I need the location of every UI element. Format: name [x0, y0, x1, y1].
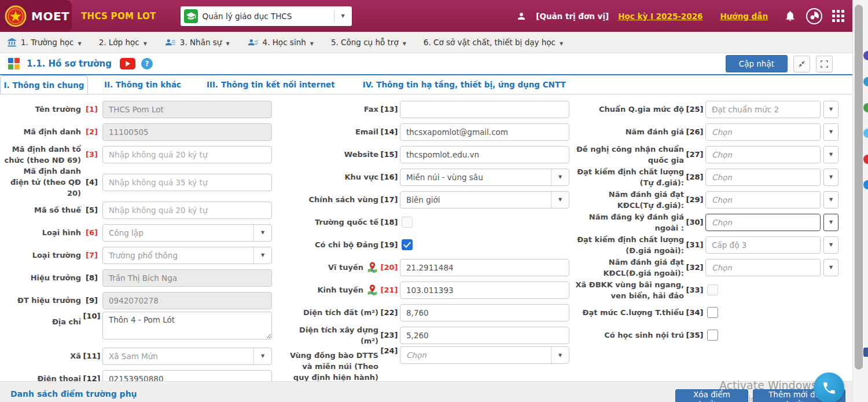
sub-school-list-link[interactable]: Danh sách điểm trường phụ — [10, 389, 137, 399]
field-label-text: Vĩ tuyến — [328, 262, 363, 273]
field-control — [400, 327, 569, 344]
textarea-input[interactable]: Thôn 4 - Pom Lót — [102, 312, 272, 339]
chevron-down-icon[interactable] — [823, 214, 838, 231]
field-label: Vùng đồng bào DTTS và miền núi (Theo quy… — [286, 346, 378, 383]
guide-link[interactable]: Hướng dẫn — [720, 12, 768, 21]
field-control — [102, 146, 272, 163]
field-row: Vĩ tuyến[20] — [286, 256, 558, 279]
semester-link[interactable]: Học kỳ I 2025-2026 — [618, 12, 703, 21]
field-control: Miền núi - vùng sâu — [400, 169, 569, 186]
field-control — [705, 284, 838, 295]
field-label-text: Đạt kiểm định chất lượng (Tự đ.giá): — [571, 166, 684, 188]
field-row: Mã định danh[2] — [3, 120, 275, 143]
youtube-icon[interactable] — [120, 58, 135, 70]
text-input — [102, 101, 272, 118]
text-input[interactable] — [400, 123, 569, 141]
field-control: Chọn — [705, 169, 838, 186]
select-dropdown: Chọn — [705, 191, 821, 209]
phone-support-fab[interactable] — [814, 372, 844, 402]
tab-1[interactable]: I. Thông tin chung — [0, 75, 88, 94]
field-control — [102, 269, 272, 287]
select-dropdown[interactable]: Miền núi - vùng sâu — [400, 169, 569, 186]
edge-dot-7[interactable] — [863, 348, 868, 357]
field-index: [35] — [684, 331, 705, 339]
select-value: Biên giới — [400, 192, 551, 208]
chevron-down-icon[interactable] — [823, 169, 838, 186]
checkbox-checked[interactable] — [402, 239, 413, 250]
text-input[interactable] — [400, 327, 569, 344]
chevron-down-icon[interactable] — [823, 123, 838, 141]
field-row: Chính sách vùng[17]Biên giới — [286, 188, 558, 211]
chevron-down-icon[interactable] — [334, 10, 352, 23]
field-index: [11] — [81, 352, 102, 360]
chevron-down-icon[interactable] — [823, 146, 838, 163]
chevron-down-icon[interactable] — [551, 347, 569, 363]
map-pin-icon[interactable] — [366, 284, 378, 296]
field-label: Mã định danh — [3, 126, 81, 137]
tab-3[interactable]: III. Thông tin kết nối internet — [207, 75, 335, 94]
field-index: [28] — [684, 173, 705, 181]
text-input[interactable] — [400, 101, 569, 118]
field-label-text: Mã định danh điện tử (theo QĐ 20) — [3, 166, 81, 199]
app-selector-dropdown[interactable]: Quản lý giáo dục THCS — [181, 6, 352, 26]
chevron-down-icon[interactable] — [823, 259, 838, 276]
notifications-bell-icon[interactable] — [784, 10, 796, 22]
brand-circle-icon[interactable] — [806, 8, 823, 25]
modules-grid-icon[interactable] — [8, 58, 20, 70]
nav-item-6[interactable]: 6. Cơ sở vật chất, thiết bị dạy học — [424, 38, 563, 47]
text-input[interactable] — [400, 304, 569, 321]
text-input[interactable] — [400, 259, 569, 276]
chevron-down-icon[interactable] — [253, 225, 271, 241]
field-index: [29] — [684, 195, 705, 204]
select-dropdown[interactable]: Chọn — [705, 214, 821, 231]
help-icon[interactable] — [141, 58, 153, 70]
chevron-down-icon[interactable] — [823, 101, 838, 118]
text-input[interactable] — [102, 174, 272, 191]
field-control: Chọn — [705, 259, 838, 276]
delete-school-point-button[interactable]: Xóa điểm trường — [675, 389, 748, 402]
chevron-down-icon[interactable] — [253, 348, 271, 364]
update-button[interactable]: Cập nhật — [726, 55, 788, 72]
field-label: ĐT hiệu trưởng — [3, 295, 81, 306]
field-row: Xã[11]Xã Sam Mứn — [3, 345, 275, 367]
map-pin-icon[interactable] — [366, 261, 378, 273]
tab-4[interactable]: IV. Thông tin hạ tầng, thiết bị, ứng dụn… — [363, 75, 566, 94]
scrollbar-track[interactable] — [852, 0, 868, 402]
tab-2[interactable]: II. Thông tin khác — [104, 75, 181, 94]
select-value: Cấp độ 3 — [706, 237, 820, 253]
chevron-down-icon[interactable] — [551, 169, 569, 185]
chevron-down-icon[interactable] — [823, 236, 838, 254]
field-label-text: Trường quốc tế — [315, 217, 378, 228]
chevron-down-icon[interactable] — [551, 192, 569, 208]
chevron-down-icon[interactable] — [823, 191, 838, 209]
nav-item-5[interactable]: 5. Công cụ hỗ trợ — [331, 38, 406, 47]
select-dropdown[interactable]: Biên giới — [400, 191, 569, 209]
collapse-icon[interactable] — [793, 56, 810, 72]
checkbox[interactable] — [707, 307, 718, 318]
text-input[interactable] — [102, 146, 272, 163]
field-label-text: Kinh tuyến — [317, 284, 363, 295]
scrollbar-thumb[interactable] — [855, 5, 863, 370]
nav-item-4[interactable]: 4. Học sinh — [247, 38, 314, 47]
field-label-text: Năm đánh giá đạt KĐCL(Tự đ.giá): — [571, 189, 684, 211]
apps-grid-icon[interactable] — [832, 10, 844, 22]
nav-item-3[interactable]: 3. Nhân sự — [164, 38, 230, 47]
field-control: Chọn — [400, 346, 569, 364]
field-label: Website — [286, 149, 378, 160]
field-row: ĐT hiệu trưởng[9] — [3, 289, 275, 312]
text-input[interactable] — [400, 282, 569, 299]
moet-logo[interactable]: MOET — [0, 0, 72, 32]
text-input[interactable] — [400, 146, 569, 163]
field-label-text: Năm đánh giá — [626, 126, 684, 137]
nav-item-1[interactable]: 1. Trường học — [7, 38, 82, 47]
chevron-down-icon[interactable] — [253, 247, 271, 264]
text-input[interactable] — [102, 202, 272, 219]
field-label-text: Website — [344, 149, 378, 160]
nav-item-2[interactable]: 2. Lớp học — [99, 38, 147, 47]
checkbox[interactable] — [707, 330, 718, 341]
field-control: Chọn — [705, 123, 838, 141]
field-label: Chính sách vùng — [286, 194, 378, 205]
fullscreen-icon[interactable] — [816, 56, 833, 72]
field-label-text: Hiệu trưởng — [31, 272, 81, 283]
field-index: [4] — [81, 178, 102, 187]
